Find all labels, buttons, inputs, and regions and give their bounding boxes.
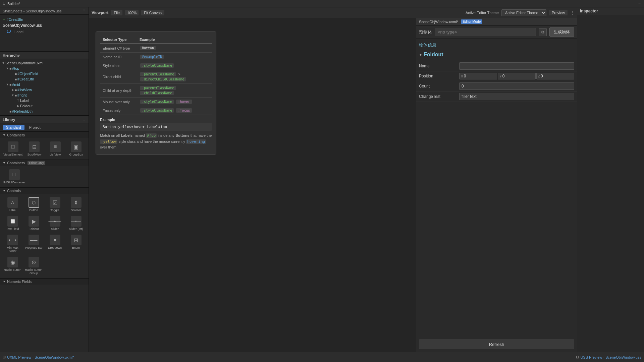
xyz-z-field[interactable]: Z 0	[536, 73, 574, 79]
scroller-label: Scroller	[71, 208, 81, 212]
category-controls[interactable]: ▼ Controls	[0, 187, 89, 194]
lib-visual-element[interactable]: □ VisualElement	[3, 140, 23, 158]
lib-minmax-slider[interactable]: ●──● Min-Max Slider	[3, 233, 22, 254]
prefab-gear-btn[interactable]: ⚙	[539, 28, 547, 36]
enum-icon: ⊞	[71, 235, 82, 245]
hierarchy-root[interactable]: ▼ SceneObjWindow.uxml	[0, 60, 89, 66]
scrollview-label: ScrollView	[28, 153, 42, 156]
x-label: X	[461, 74, 463, 78]
arrow-direct: >	[178, 72, 180, 76]
tree-item-label[interactable]: T Label	[0, 98, 89, 103]
tree-item-refreshbtn[interactable]: ■ #RefreshBtn	[0, 109, 89, 114]
zoom-display: 100%	[125, 10, 139, 15]
uxml-preview-icon: ⊞	[3, 355, 6, 359]
button-icon: ⬡	[29, 197, 39, 208]
name-input[interactable]	[459, 62, 574, 70]
lib-radio-button[interactable]: ◉ Radio Button	[3, 255, 22, 276]
tree-item-listview[interactable]: ▶ ■ #listView	[0, 87, 89, 93]
lib-slider[interactable]: ──●── Slider	[45, 215, 65, 232]
label-name-id: Name or ID	[100, 53, 137, 61]
imgui-label: IMGUIContainer	[3, 181, 25, 184]
label-child-any-depth: Child at any depth	[100, 84, 137, 98]
scroller-icon: ⇕	[71, 197, 82, 208]
lib-label[interactable]: A Label	[3, 196, 22, 213]
uss-preview-icon: ⊟	[576, 355, 579, 359]
count-input[interactable]	[459, 82, 574, 90]
library-title: Library	[3, 118, 15, 122]
example-desc-block: Match on all Labels named #foo inside an…	[100, 133, 212, 150]
create-btn-label: #CreatBtn	[7, 17, 23, 21]
uss-preview-label[interactable]: USS Preview - SceneObjWindow.uss	[580, 355, 641, 359]
hierarchy-menu[interactable]: ⋮	[82, 53, 86, 57]
tree-item-foldout[interactable]: ▶ Foldout	[0, 103, 89, 109]
toggle-label: Toggle	[50, 208, 59, 212]
lib-listview[interactable]: ≡ ListView	[46, 140, 65, 158]
enum-label: Enum	[72, 246, 80, 249]
fit-canvas-button[interactable]: Fit Canvas	[141, 10, 164, 15]
lib-groupbox[interactable]: ▣ GroupBox	[66, 140, 86, 158]
visual-element-icon: □	[8, 141, 18, 152]
viewport-menu[interactable]: ⋮	[570, 10, 574, 15]
tree-item-top[interactable]: ▼ ■ #top	[0, 66, 89, 71]
changetest-input[interactable]	[459, 93, 574, 100]
listview-arrow: ▶	[11, 88, 15, 92]
uxml-preview-label[interactable]: UXML Preview - SceneObjWindow.uxml*	[7, 355, 74, 359]
tree-item-right[interactable]: ▼ ■ #right	[0, 93, 89, 98]
library-menu[interactable]: ⋮	[82, 117, 86, 122]
stylesheets-section: StyleSheets - SceneObjWindow.uss ⋮ + #Cr…	[0, 7, 89, 52]
generate-btn[interactable]: 生成物体	[549, 27, 574, 37]
row-element-type: Element C# type Button	[100, 44, 212, 53]
controls-label: Controls	[7, 189, 21, 193]
refresh-button[interactable]: Refresh	[419, 340, 574, 349]
xyz-group: X 0 Y 0 Z 0	[459, 73, 574, 79]
lib-toggle[interactable]: ☑ Toggle	[45, 196, 65, 213]
top-arrow: ▼	[5, 67, 9, 70]
active-editor-theme-label: Active Editor Theme	[466, 11, 499, 15]
lib-button[interactable]: ⬡ Button	[24, 196, 44, 213]
category-numeric[interactable]: ▼ Numeric Fields	[0, 278, 89, 285]
lib-dropdown[interactable]: ▾ Dropdown	[45, 233, 65, 254]
lib-textfield[interactable]: ⬜ Text Field	[3, 215, 22, 232]
tree-item-objectfield[interactable]: ■ #ObjectField	[0, 71, 89, 76]
root-arrow: ▼	[1, 61, 5, 65]
lib-progress-bar[interactable]: ▬▬ Progress Bar	[24, 233, 44, 254]
tab-project[interactable]: Project	[26, 125, 44, 130]
lib-radio-button-group[interactable]: ⊙ Radio Button Group	[24, 255, 44, 276]
lib-scrollview[interactable]: ⊟ ScrollView	[24, 140, 44, 158]
spinner	[7, 30, 12, 34]
lib-enum[interactable]: ⊞ Enum	[66, 233, 86, 254]
stylesheet-item[interactable]: SceneObjWindow.uss	[0, 22, 89, 28]
label-node-label: Label	[20, 99, 29, 103]
progress-bar-icon: ▬▬	[29, 235, 39, 245]
lib-scroller[interactable]: ⇕ Scroller	[66, 196, 86, 213]
tree-item-mid[interactable]: ▼ ■ #mid	[0, 82, 89, 87]
lib-foldout[interactable]: ▶ Foldout	[24, 215, 44, 232]
xyz-x-field[interactable]: X 0	[459, 73, 497, 79]
category-containers[interactable]: ▼ Containers	[0, 132, 89, 138]
example-hover: :hover	[176, 100, 192, 104]
xyz-y-field[interactable]: Y 0	[498, 73, 536, 79]
tree-item-creatbtn[interactable]: ■ #CreatBtn	[0, 76, 89, 82]
selector-type-header: Selector Type	[100, 36, 137, 44]
stylesheets-menu[interactable]: ⋮	[82, 9, 86, 13]
prefab-type: <no type>	[435, 28, 536, 36]
foldout-header[interactable]: ▼ Foldout	[419, 50, 574, 59]
groupbox-icon: ▣	[71, 141, 82, 152]
preview-button[interactable]: Preview	[549, 10, 568, 15]
listview-label: ListView	[50, 153, 61, 156]
lib-slider-int[interactable]: ──●── Slider (Int)	[66, 215, 86, 232]
lib-imgui[interactable]: □ IMGUIContainer	[3, 168, 26, 185]
add-stylesheet-btn[interactable]: + #CreatBtn	[0, 16, 89, 22]
editor-containers-grid: □ IMGUIContainer	[0, 166, 89, 187]
field-name-row: Name	[416, 61, 577, 71]
file-button[interactable]: File	[111, 10, 122, 15]
editor-mode-badge: Editor Mode	[461, 19, 482, 24]
theme-dropdown[interactable]: Active Editor Theme	[501, 9, 546, 16]
tab-standard[interactable]: Standard	[3, 125, 24, 130]
label-element-type: Element C# type	[100, 44, 137, 53]
root-label: SceneObjWindow.uxml	[5, 61, 43, 65]
label-focus-only: Focus only	[100, 106, 137, 115]
z-value: 0	[541, 74, 543, 78]
category-containers-editor[interactable]: ▼ Containers Editor Only	[0, 160, 89, 166]
window-dots[interactable]: ⋯	[638, 1, 641, 6]
